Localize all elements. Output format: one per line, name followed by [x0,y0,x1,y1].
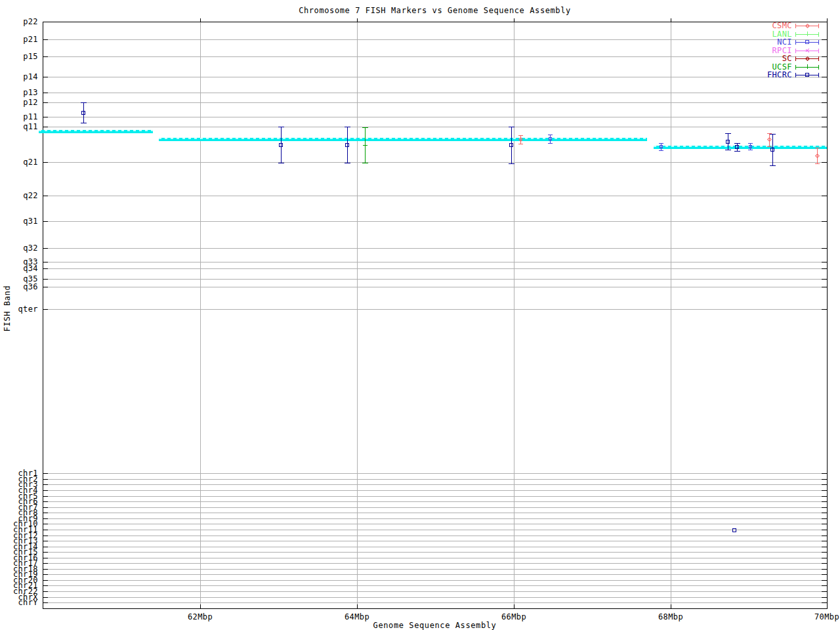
y-tick-label: p14 [0,74,38,80]
x-axis-label: Genome Sequence Assembly [43,621,827,630]
error-bar-cap [725,133,731,134]
legend-label: LANL [729,31,792,38]
y-tick-label: chrY [0,599,38,606]
legend-sample-cap [795,65,796,70]
error-bar-cap [518,144,523,144]
assembly-segment-highlight [654,146,827,147]
error-bar-cap [815,148,820,148]
x-tick-label: 68Mbp [658,612,683,621]
error-bar-cap [770,165,776,166]
legend-marker-ucsf-plus-marker [807,64,808,69]
data-point-FHCRC-square-marker [509,143,513,147]
y-tick-label: q21 [0,159,38,165]
error-bar-cap [81,102,87,103]
assembly-segment [159,138,647,141]
y-tick-label: q32 [0,245,38,251]
legend-sample-cap [818,73,819,77]
data-point-UCSF-plus-marker [365,143,366,148]
y-tick-label: q11 [0,123,38,130]
legend-sample-cap [818,40,819,45]
legend-label: NCI [729,39,792,46]
legend-sample-cap [818,32,819,37]
error-bar-cap [748,143,753,144]
y-tick-label: p12 [0,99,38,106]
data-point-FHCRC-square-marker [279,143,283,147]
y-tick-label: q34 [0,265,38,272]
data-point-NCI-square-marker [660,145,663,148]
data-point-FHCRC-square-marker [726,140,730,144]
error-bar-cap [734,143,740,144]
assembly-segment [39,130,153,133]
error-bar-cap [278,127,284,127]
data-point-FHCRC-square-marker [345,143,349,147]
error-bar-cap [548,135,553,135]
y-tick-label: p22 [0,18,38,25]
error-bar-cap [509,163,514,164]
legend-marker-nci-square-marker [805,40,809,44]
legend-marker-lanl-plus-marker [807,32,808,36]
legend-label: UCSF [729,64,792,71]
chart-title: Chromosome 7 FISH Markers vs Genome Sequ… [43,6,827,15]
x-tick-label: 66Mbp [501,612,526,621]
data-point-FHCRC-square-marker [81,111,85,115]
legend-label: SC [729,55,792,62]
error-bar-cap [734,151,740,152]
error-bar-cap [659,143,663,144]
legend-sample-cap [795,32,796,37]
legend-label: RPCI [729,47,792,54]
error-bar-cap [345,127,350,127]
error-bar-cap [767,146,772,147]
legend-sample-cap [795,40,796,45]
error-bar-cap [659,150,663,151]
y-tick-label: p13 [0,89,38,96]
legend-sample-cap [818,24,819,28]
legend-sample-cap [818,65,819,70]
y-tick-label: q22 [0,192,38,199]
y-tick-label: p15 [0,53,38,60]
y-tick-label: p21 [0,36,38,43]
y-tick-label: p11 [0,114,38,120]
error-bar-cap [815,163,820,164]
legend-sample-cap [795,49,796,53]
legend-sample-cap [818,49,819,53]
y-tick-label: q31 [0,218,38,224]
data-point-NCI-square-marker [749,145,752,148]
error-bar-cap [345,163,350,163]
error-bar-cap [748,150,753,150]
x-tick-label: 70Mbp [814,612,839,621]
legend-sample-cap [795,56,796,61]
data-point-NCI-square-marker [549,137,552,140]
error-bar-cap [278,163,284,163]
legend-sample-cap [795,24,796,28]
error-bar-cap [725,150,731,150]
assembly-segment-highlight [39,130,153,131]
y-tick-label: q36 [0,284,38,290]
error-bar-cap [362,163,368,163]
plot-border [43,22,828,609]
error-bar-cap [518,135,523,136]
data-point-FHCRC-square-marker [732,528,736,532]
x-tick-label: 64Mbp [345,612,369,621]
legend-sample-cap [795,73,796,77]
assembly-segment [654,146,827,149]
y-tick-label: qter [0,306,38,312]
error-bar-cap [548,143,553,144]
legend-marker-fhcrc-square-marker [805,73,809,77]
error-bar-cap [362,127,368,128]
x-tick-label: 62Mbp [188,612,213,621]
error-bar-cap [81,123,87,123]
legend-sample-cap [818,56,819,61]
error-bar-cap [509,127,514,127]
data-point-FHCRC-square-marker [770,148,774,152]
y-tick-label: q35 [0,276,38,282]
error-bar-cap [770,134,776,135]
legend-label: FHCRC [729,72,792,79]
assembly-segment-highlight [159,138,647,139]
data-point-FHCRC-square-marker [735,145,739,149]
legend-label: CSMC [729,22,792,30]
